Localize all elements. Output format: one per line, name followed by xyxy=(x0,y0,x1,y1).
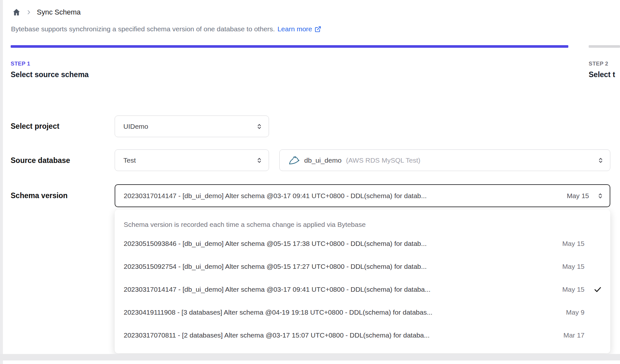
chevron-up-down-icon xyxy=(256,157,263,164)
step1-header: STEP 1 Select source schema xyxy=(11,61,89,79)
step2-header: STEP 2 Select t xyxy=(589,61,620,79)
breadcrumb: Sync Schema xyxy=(12,7,81,17)
option-text: 20230419111908 - [3 databases] Alter sch… xyxy=(124,308,432,316)
page-description: Bytebase supports synchronizing a specif… xyxy=(11,25,275,33)
environment-select[interactable]: Test xyxy=(115,149,269,171)
schema-version-select-date: May 15 xyxy=(567,192,589,200)
page-title: Sync Schema xyxy=(37,8,81,16)
option-text: 20230317070811 - [2 databases] Alter sch… xyxy=(124,331,429,339)
chevron-right-icon xyxy=(26,9,32,15)
option-date: Mar 17 xyxy=(557,331,584,339)
schema-version-select-value: 20230317014147 - [db_ui_demo] Alter sche… xyxy=(124,192,427,200)
schema-version-select[interactable]: 20230317014147 - [db_ui_demo] Alter sche… xyxy=(115,184,610,207)
chevron-up-down-icon xyxy=(597,192,604,199)
select-project-label: Select project xyxy=(11,122,59,131)
check-icon xyxy=(584,239,602,248)
step1-progress-bar xyxy=(11,45,568,48)
schema-version-options: 20230515093846 - [db_ui_demo] Alter sche… xyxy=(115,232,610,347)
check-icon xyxy=(584,331,602,339)
check-icon xyxy=(584,262,602,271)
source-database-label: Source database xyxy=(11,156,70,165)
option-date: May 9 xyxy=(560,308,584,316)
schema-version-option[interactable]: 20230317070811 - [2 databases] Alter sch… xyxy=(115,324,610,347)
schema-version-dropdown: Schema version is recorded each time a s… xyxy=(115,209,610,353)
external-link-icon xyxy=(315,26,321,33)
option-text: 20230317014147 - [db_ui_demo] Alter sche… xyxy=(124,286,430,293)
left-edge-strip xyxy=(0,0,3,364)
option-date: May 15 xyxy=(556,263,584,270)
step2-label: STEP 2 xyxy=(589,61,620,67)
schema-version-option[interactable]: 20230515093846 - [db_ui_demo] Alter sche… xyxy=(115,232,610,255)
database-select-value: db_ui_demo xyxy=(304,157,342,164)
project-select[interactable]: UIDemo xyxy=(115,116,269,137)
schema-version-hint: Schema version is recorded each time a s… xyxy=(115,217,610,232)
check-icon xyxy=(584,308,602,317)
schema-version-option[interactable]: 20230515092754 - [db_ui_demo] Alter sche… xyxy=(115,255,610,278)
sync-schema-page: Sync Schema Bytebase supports synchroniz… xyxy=(0,0,620,364)
bottom-divider-band xyxy=(0,354,620,360)
schema-version-option[interactable]: 20230419111908 - [3 databases] Alter sch… xyxy=(115,301,610,324)
option-date: May 15 xyxy=(556,240,584,248)
option-text: 20230515092754 - [db_ui_demo] Alter sche… xyxy=(124,263,427,270)
learn-more-link[interactable]: Learn more xyxy=(277,25,321,33)
option-date: May 15 xyxy=(556,286,584,293)
learn-more-label: Learn more xyxy=(277,25,312,33)
chevron-up-down-icon xyxy=(597,157,604,164)
step2-title: Select t xyxy=(589,70,620,79)
check-icon xyxy=(584,285,602,294)
home-icon[interactable] xyxy=(12,8,21,16)
project-select-value: UIDemo xyxy=(123,123,148,130)
step2-progress-bar xyxy=(589,45,620,48)
mysql-icon xyxy=(288,155,300,166)
schema-version-label: Schema version xyxy=(11,191,67,200)
database-select[interactable]: db_ui_demo (AWS RDS MySQL Test) xyxy=(279,149,610,171)
schema-version-option[interactable]: 20230317014147 - [db_ui_demo] Alter sche… xyxy=(115,278,610,301)
option-text: 20230515093846 - [db_ui_demo] Alter sche… xyxy=(124,240,427,248)
database-select-detail: (AWS RDS MySQL Test) xyxy=(346,157,420,164)
chevron-up-down-icon xyxy=(256,123,263,130)
step1-title: Select source schema xyxy=(11,70,89,79)
environment-select-value: Test xyxy=(123,157,136,164)
step1-label: STEP 1 xyxy=(11,61,89,67)
